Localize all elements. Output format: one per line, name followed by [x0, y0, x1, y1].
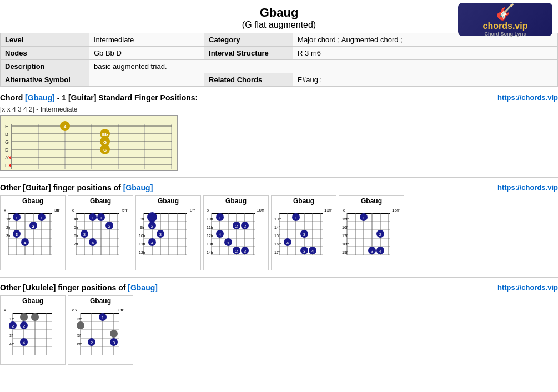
svg-text:17fr: 17fr	[274, 250, 281, 254]
svg-text:3: 3	[159, 232, 162, 237]
site-logo[interactable]: 🎸 chords.vip Chord Song Lyric	[458, 3, 552, 36]
svg-text:1: 1	[219, 215, 222, 220]
other-guitar-url[interactable]: https://chords.vip	[497, 183, 558, 192]
svg-text:11fr: 11fr	[139, 242, 146, 246]
guitar-card-2-svg: x 5fr 4fr 5fr 6fr 7fr 1	[69, 205, 130, 263]
svg-text:G: G	[5, 139, 9, 145]
main-diagram-label: [x x 4 3 4 2] - Intermediate	[0, 105, 558, 113]
svg-text:4: 4	[311, 249, 314, 254]
svg-text:10fr: 10fr	[207, 217, 214, 221]
svg-text:Bb: Bb	[102, 132, 108, 137]
svg-text:10fr: 10fr	[257, 208, 264, 213]
svg-text:x: x	[8, 154, 12, 160]
svg-text:18fr: 18fr	[342, 242, 349, 246]
other-ukulele-ref[interactable]: [Gbaug]	[128, 283, 158, 292]
svg-text:1: 1	[100, 215, 103, 220]
svg-text:1fr: 1fr	[6, 217, 11, 221]
svg-text:17fr: 17fr	[342, 234, 349, 238]
svg-text:G: G	[103, 140, 107, 145]
svg-text:8fr: 8fr	[190, 208, 195, 213]
category-label: Category	[204, 33, 293, 47]
svg-text:3fr: 3fr	[118, 308, 124, 313]
svg-text:6fr: 6fr	[77, 342, 82, 346]
main-chord-url[interactable]: https://chords.vip	[497, 93, 558, 102]
svg-text:4: 4	[92, 240, 94, 245]
description-label: Description	[1, 60, 89, 73]
guitar-card-4-svg: x 10fr 10fr 11fr 12fr 13fr 14fr	[205, 205, 266, 269]
svg-text:3: 3	[303, 232, 306, 237]
svg-text:4: 4	[151, 240, 154, 245]
svg-text:2fr: 2fr	[6, 225, 11, 229]
svg-text:x: x	[8, 162, 12, 168]
other-guitar-header: Other [Guitar] finger positions of [Gbau…	[0, 180, 558, 193]
guitar-card-6: Gbaug x 15fr 15fr 16fr 17fr 18fr	[339, 195, 404, 270]
svg-text:2: 2	[32, 224, 35, 229]
chord-prefix: Chord	[0, 93, 23, 102]
svg-text:3fr: 3fr	[54, 208, 60, 213]
svg-text:2: 2	[12, 324, 14, 329]
related-label: Related Chords	[204, 73, 293, 87]
svg-text:2: 2	[91, 340, 93, 345]
svg-text:x: x	[4, 308, 6, 313]
svg-text:1: 1	[363, 215, 365, 220]
svg-text:2: 2	[244, 224, 247, 229]
svg-text:4: 4	[24, 240, 27, 245]
guitar-card-3-svg: 8fr 8fr 9fr 10fr 11fr 12fr	[137, 205, 198, 269]
svg-text:3: 3	[303, 249, 306, 254]
guitar-card-4: Gbaug x 10fr 10fr 11fr 12fr 13fr	[203, 195, 269, 270]
guitar-card-2: Gbaug x 5fr 4fr 5fr 6fr 7fr	[68, 195, 133, 270]
svg-text:B: B	[5, 132, 8, 137]
chord-ref-main[interactable]: [Gbaug]	[25, 93, 55, 102]
svg-text:2: 2	[151, 224, 154, 229]
info-table: Level Intermediate Category Major chord …	[0, 33, 558, 87]
alt-symbol-label: Alternative Symbol	[1, 73, 89, 87]
guitar-card-1-title: Gbaug	[2, 197, 64, 205]
other-ukulele-url[interactable]: https://chords.vip	[497, 283, 558, 292]
svg-text:3: 3	[113, 340, 115, 345]
ukulele-card-2-title: Gbaug	[69, 297, 132, 305]
svg-text:4: 4	[23, 340, 26, 345]
other-guitar-ref[interactable]: [Gbaug]	[123, 183, 153, 192]
svg-text:3fr: 3fr	[77, 317, 82, 321]
svg-text:5fr: 5fr	[122, 208, 128, 213]
svg-text:1: 1	[92, 215, 94, 220]
svg-text:6fr: 6fr	[74, 234, 79, 238]
svg-point-102	[147, 212, 157, 222]
svg-text:2: 2	[108, 224, 111, 229]
guitar-card-5-svg: 13fr 13fr 14fr 15fr 16fr 17fr	[273, 205, 334, 269]
svg-text:E: E	[5, 124, 8, 129]
alt-symbol-value	[89, 73, 204, 87]
guitar-card-2-title: Gbaug	[69, 197, 132, 205]
svg-text:14fr: 14fr	[274, 225, 281, 229]
svg-text:14fr: 14fr	[207, 250, 214, 254]
svg-point-211	[20, 313, 28, 321]
guitar-card-6-title: Gbaug	[340, 197, 403, 205]
svg-text:G: G	[103, 148, 107, 153]
guitar-card-5-title: Gbaug	[273, 197, 335, 205]
main-chord-svg: E B G D A E x x 4 Bb G G	[0, 115, 178, 171]
svg-text:x x: x x	[72, 308, 77, 313]
svg-text:x: x	[343, 208, 345, 213]
svg-text:1: 1	[295, 215, 298, 220]
logo-text: chords.vip	[483, 21, 528, 31]
ukulele-card-1: Gbaug x 1fr 2fr 3fr 4fr	[0, 295, 66, 365]
svg-text:15fr: 15fr	[274, 234, 281, 238]
svg-text:3fr: 3fr	[6, 234, 11, 238]
nodes-label: Nodes	[1, 47, 89, 60]
svg-text:16fr: 16fr	[342, 225, 349, 229]
ukulele-card-2-svg: x x 3fr 3fr 4fr 5fr 6fr 1	[69, 305, 130, 363]
guitar-card-1-svg: x 3fr 1fr 2fr 3fr	[2, 205, 63, 263]
related-value: F#aug ;	[293, 73, 558, 87]
svg-text:2: 2	[23, 324, 26, 329]
ukulele-card-2: Gbaug x x 3fr 3fr 4fr 5fr 6fr 1	[68, 295, 133, 365]
svg-text:16fr: 16fr	[274, 242, 281, 246]
svg-text:D: D	[5, 147, 9, 153]
svg-text:11fr: 11fr	[207, 225, 214, 229]
other-ukulele-prefix: Other [Ukulele] finger positions of	[0, 283, 125, 292]
svg-text:x: x	[72, 208, 74, 213]
svg-text:2: 2	[379, 232, 382, 237]
guitar-card-1: Gbaug x 3fr 1fr 2fr 3fr	[0, 195, 66, 270]
svg-text:3fr: 3fr	[9, 334, 14, 338]
svg-text:x: x	[207, 208, 209, 213]
svg-text:1: 1	[41, 215, 43, 220]
